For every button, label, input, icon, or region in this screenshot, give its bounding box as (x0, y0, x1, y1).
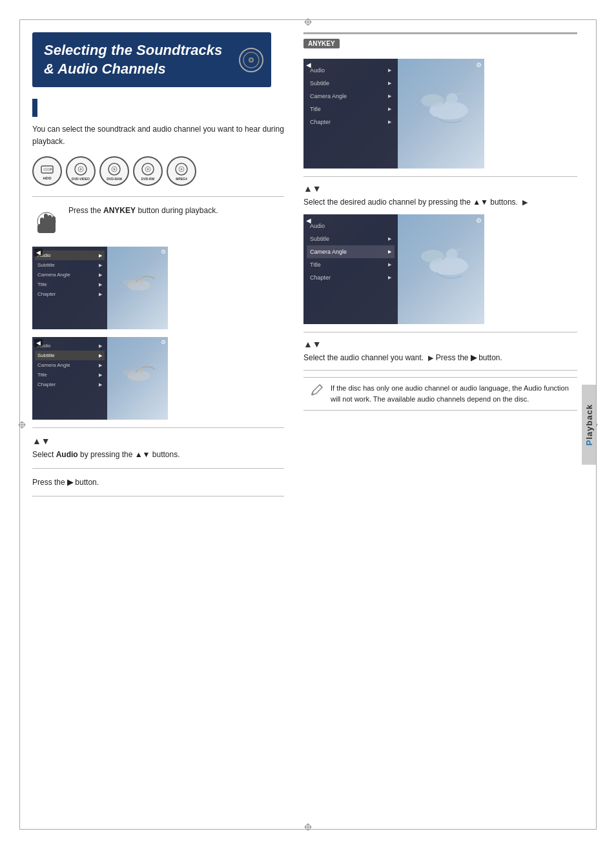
menu-item-lg2-subtitle: Subtitle▶ (307, 232, 395, 245)
svg-point-15 (250, 59, 252, 61)
menu-item-lg2-title: Title▶ (307, 258, 395, 271)
svg-point-48 (446, 249, 458, 260)
svg-point-45 (446, 93, 458, 105)
divider-1 (32, 196, 284, 197)
hand-icon (32, 205, 61, 240)
hand-step: Press the ANYKEY button during playback. (32, 205, 284, 240)
anykey-badge: ANYKEY (303, 39, 340, 48)
menu-overlay-2: Audio▶ Subtitle▶ Camera Angle▶ Title▶ Ch… (32, 337, 107, 420)
cross-left (18, 421, 26, 429)
device-icon-mpeg4: MPEG4 (167, 156, 196, 186)
menu-item-subtitle-1: Subtitle▶ (35, 260, 105, 270)
menu-item-chapter-1: Chapter▶ (35, 289, 105, 299)
step2-label: Press the ▶ button. (32, 476, 284, 488)
svg-point-18 (50, 168, 52, 170)
back-icon-2: ◀ (34, 339, 43, 347)
title-box: Selecting the Soundtracks & Audio Channe… (32, 32, 271, 87)
svg-point-44 (421, 94, 444, 107)
menu-item-lg-camera: Camera Angle▶ (307, 90, 395, 103)
device-icon-dvd-video: DVD-VIDEO (66, 156, 96, 186)
device-icons-row: HDD DVD-VIDEO DVD-RAM (32, 156, 284, 186)
menu-item-lg2-chapter: Chapter▶ (307, 271, 395, 284)
step1-text: Select Audio by pressing the ▲▼ buttons. (32, 449, 284, 460)
menu-item-lg-audio: Audio▶ (307, 64, 395, 77)
right-column: ANYKEY Audio▶ Subtitle▶ Camera Angle▶ Ti… (303, 32, 577, 817)
svg-point-30 (181, 168, 183, 170)
page-title: Selecting the Soundtracks & Audio Channe… (44, 41, 260, 78)
settings-icon-2: ⚙ (161, 339, 166, 345)
svg-rect-17 (43, 168, 51, 171)
menu-item-lg2-audio: Audio (307, 220, 395, 232)
svg-point-38 (123, 279, 136, 285)
screenshot-large-2: Audio Subtitle▶ Camera Angle▶ Title▶ Cha… (303, 214, 484, 324)
section-marker (32, 99, 37, 117)
menu-item-audio-1: Audio▶ (35, 251, 105, 260)
svg-point-24 (114, 168, 116, 170)
divider-2 (32, 427, 284, 428)
screenshot-1: Audio▶ Subtitle▶ Camera Angle▶ Title▶ Ch… (32, 247, 168, 329)
device-icon-dvd-rw: DVD-RW (133, 156, 163, 186)
back-icon-lg-2: ◀ (306, 217, 311, 224)
back-icon-1: ◀ (34, 249, 43, 256)
divider-3 (32, 468, 284, 469)
svg-point-21 (80, 168, 82, 170)
screenshot-2-content: Audio▶ Subtitle▶ Camera Angle▶ Title▶ Ch… (32, 337, 168, 420)
step4-text: Select the audio channel you want. ▶ Pre… (303, 352, 577, 363)
svg-point-39 (138, 277, 144, 283)
menu-item-camera-1: Camera Angle▶ (35, 270, 105, 280)
right-divider-1 (303, 176, 577, 177)
side-tab-label: Playback (584, 404, 594, 445)
cross-bottom (304, 823, 312, 831)
menu-item-subtitle-2: Subtitle▶ (35, 351, 105, 360)
menu-overlay-1: Audio▶ Subtitle▶ Camera Angle▶ Title▶ Ch… (32, 247, 107, 329)
device-icon-dvd-ram: DVD-RAM (99, 156, 129, 186)
menu-item-title-1: Title▶ (35, 280, 105, 289)
screenshot-large-1: Audio▶ Subtitle▶ Camera Angle▶ Title▶ Ch… (303, 59, 484, 169)
right-divider-3 (303, 370, 577, 371)
step4-arrows: ▲▼ (303, 339, 577, 349)
svg-point-41 (123, 369, 136, 376)
menu-item-lg-title: Title▶ (307, 103, 395, 116)
back-icon-lg-1: ◀ (306, 61, 311, 68)
svg-rect-35 (37, 224, 56, 233)
step3-text: Select the desired audio channel by pres… (303, 196, 577, 208)
left-column: Selecting the Soundtracks & Audio Channe… (32, 32, 284, 817)
menu-overlay-large-2: Audio Subtitle▶ Camera Angle▶ Title▶ Cha… (303, 214, 398, 324)
svg-point-27 (147, 168, 149, 170)
divider-4 (32, 496, 284, 496)
right-divider-2 (303, 332, 577, 332)
right-top-section: ANYKEY (303, 32, 577, 54)
hand-step-text: Press the ANYKEY button during playback. (68, 205, 218, 220)
menu-item-audio-2: Audio▶ (35, 341, 105, 351)
intro-text: You can select the soundtrack and audio … (32, 123, 284, 147)
menu-item-title-2: Title▶ (35, 370, 105, 380)
note-pencil-icon (310, 383, 324, 400)
screenshot-large-2-content: Audio Subtitle▶ Camera Angle▶ Title▶ Cha… (303, 214, 484, 324)
menu-overlay-large-1: Audio▶ Subtitle▶ Camera Angle▶ Title▶ Ch… (303, 59, 398, 169)
settings-icon-1: ⚙ (161, 249, 166, 255)
cross-top (304, 18, 312, 26)
screenshot-2: Audio▶ Subtitle▶ Camera Angle▶ Title▶ Ch… (32, 337, 168, 420)
screenshot-1-content: Audio▶ Subtitle▶ Camera Angle▶ Title▶ Ch… (32, 247, 168, 329)
menu-item-lg-chapter: Chapter▶ (307, 116, 395, 128)
menu-item-camera-2: Camera Angle▶ (35, 360, 105, 370)
note-box: If the disc has only one audio channel o… (303, 377, 577, 411)
disc-icon (239, 48, 263, 72)
menu-item-lg-subtitle: Subtitle▶ (307, 77, 395, 90)
svg-point-42 (138, 367, 144, 374)
screenshot-large-1-content: Audio▶ Subtitle▶ Camera Angle▶ Title▶ Ch… (303, 59, 484, 169)
menu-item-chapter-2: Chapter▶ (35, 380, 105, 389)
svg-point-47 (421, 250, 444, 263)
step1-arrows: ▲▼ (32, 436, 284, 446)
menu-item-lg2-camera: Camera Angle▶ (307, 245, 395, 258)
side-tab-playback: Playback (582, 384, 596, 464)
note-text-content: If the disc has only one audio channel o… (331, 383, 571, 405)
main-content: Selecting the Soundtracks & Audio Channe… (32, 32, 577, 817)
svg-point-49 (312, 394, 314, 396)
device-icon-hdd: HDD (32, 156, 62, 186)
step3-arrows: ▲▼ (303, 183, 577, 194)
